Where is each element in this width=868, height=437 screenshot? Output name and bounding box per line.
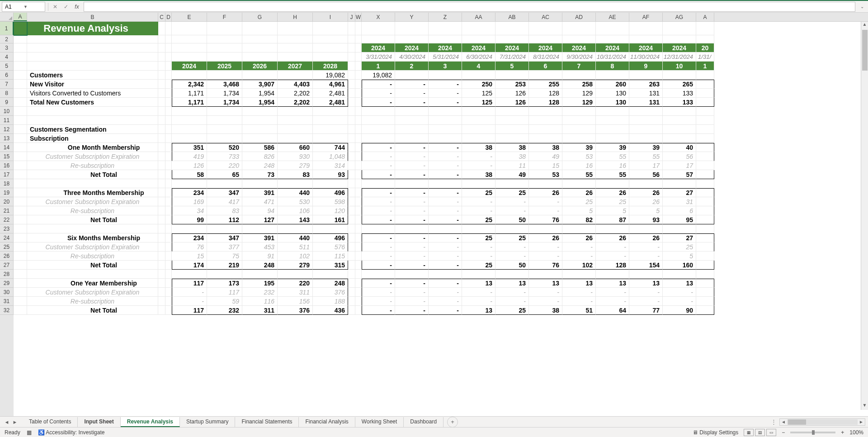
cell-H21[interactable]: 106: [278, 206, 313, 215]
cell-G9[interactable]: 1,954: [242, 98, 278, 107]
cell-E30[interactable]: -: [172, 288, 207, 297]
cell-AF27[interactable]: 154: [629, 261, 663, 270]
cell-W17[interactable]: [355, 170, 362, 179]
cell-W8[interactable]: [355, 89, 362, 98]
cell-B28[interactable]: [27, 270, 158, 279]
cell-A25[interactable]: [14, 242, 27, 252]
cell-G30[interactable]: 232: [242, 288, 278, 297]
cell-AA27[interactable]: 25: [462, 261, 495, 270]
cell-C10[interactable]: [158, 107, 165, 116]
cell-AD29[interactable]: 13: [562, 279, 596, 288]
cell-F23[interactable]: [207, 224, 242, 233]
cell-H13[interactable]: [278, 134, 313, 143]
cell-AB30[interactable]: -: [495, 288, 529, 297]
cell-AG29[interactable]: 13: [663, 279, 696, 288]
cell-B32[interactable]: Net Total: [27, 306, 158, 315]
cell-B16[interactable]: Re-subscription: [27, 161, 158, 170]
cell-AF29[interactable]: 13: [629, 279, 663, 288]
cell-X17[interactable]: -: [362, 170, 395, 179]
cell-Z14[interactable]: -: [429, 143, 462, 152]
cell-A29[interactable]: [14, 279, 27, 288]
cell-W20[interactable]: [355, 197, 362, 206]
cell-AG26[interactable]: 5: [663, 252, 696, 261]
cell-W18[interactable]: [355, 179, 362, 188]
cell-AF21[interactable]: 5: [629, 206, 663, 215]
cell-I9[interactable]: 2,481: [313, 98, 348, 107]
cell-C30[interactable]: [158, 288, 165, 297]
cell-C28[interactable]: [158, 270, 165, 279]
cell-B9[interactable]: Total New Customers: [27, 98, 158, 107]
cell-X10[interactable]: [362, 107, 395, 116]
cell-AC27[interactable]: 76: [529, 261, 562, 270]
cell-B23[interactable]: [27, 224, 158, 233]
cell-F26[interactable]: 75: [207, 252, 242, 261]
row-header-30[interactable]: 30: [0, 288, 14, 297]
cell-G7[interactable]: 3,907: [242, 80, 278, 89]
row-header-9[interactable]: 9: [0, 98, 14, 107]
cell-B8[interactable]: Visitors Converted to Customers: [27, 89, 158, 98]
cell-I18[interactable]: [313, 179, 348, 188]
cell-W25[interactable]: [355, 242, 362, 252]
cell-AD30[interactable]: -: [562, 288, 596, 297]
cell-AH32[interactable]: [696, 306, 714, 315]
cell-AC9[interactable]: 128: [529, 98, 562, 107]
cell-H24[interactable]: 440: [278, 233, 313, 242]
cell-AB3[interactable]: 2024: [495, 43, 529, 52]
cell-X20[interactable]: -: [362, 197, 395, 206]
cell-AD4[interactable]: 9/30/2024: [562, 52, 596, 62]
cell-Z24[interactable]: -: [429, 233, 462, 242]
cell-AC30[interactable]: -: [529, 288, 562, 297]
cell-F31[interactable]: 59: [207, 297, 242, 306]
column-header-I[interactable]: I: [313, 13, 348, 21]
cell-G31[interactable]: 116: [242, 297, 278, 306]
cell-AC7[interactable]: 255: [529, 80, 562, 89]
cell-AE31[interactable]: -: [596, 297, 629, 306]
cell-E6[interactable]: [172, 71, 207, 80]
cell-W9[interactable]: [355, 98, 362, 107]
cell-W3[interactable]: [355, 43, 362, 52]
cell-D21[interactable]: [165, 206, 172, 215]
cell-D10[interactable]: [165, 107, 172, 116]
cell-W30[interactable]: [355, 288, 362, 297]
cell-E13[interactable]: [172, 134, 207, 143]
cell-G19[interactable]: 391: [242, 188, 278, 197]
cell-Z13[interactable]: [429, 134, 462, 143]
new-sheet-button[interactable]: +: [447, 417, 458, 428]
display-settings-button[interactable]: 🖥 Display Settings: [693, 429, 738, 436]
cell-AF18[interactable]: [629, 179, 663, 188]
cell-AE22[interactable]: 87: [596, 215, 629, 224]
cell-A5[interactable]: [14, 62, 27, 71]
cell-J29[interactable]: [348, 279, 355, 288]
cell-AA32[interactable]: 13: [462, 306, 495, 315]
cell-H18[interactable]: [278, 179, 313, 188]
cell-G32[interactable]: 311: [242, 306, 278, 315]
cell-AD25[interactable]: -: [562, 242, 596, 252]
row-header-27[interactable]: 27: [0, 261, 14, 270]
column-header-AB[interactable]: AB: [495, 13, 529, 21]
cell-C9[interactable]: [158, 98, 165, 107]
cell-AA5[interactable]: 4: [462, 62, 495, 71]
row-header-2[interactable]: 2: [0, 35, 14, 43]
cell-H23[interactable]: [278, 224, 313, 233]
cell-J6[interactable]: [348, 71, 355, 80]
column-header-A[interactable]: A: [14, 13, 27, 21]
cell-AF24[interactable]: 26: [629, 233, 663, 242]
cell-A22[interactable]: [14, 215, 27, 224]
cell-Y21[interactable]: -: [395, 206, 429, 215]
cell-AA20[interactable]: -: [462, 197, 495, 206]
cell-AH4[interactable]: 1/31/: [696, 52, 714, 62]
name-box-dropdown-icon[interactable]: ▼: [24, 5, 42, 9]
cell-A14[interactable]: [14, 143, 27, 152]
cell-X6[interactable]: 19,082: [362, 71, 395, 80]
cell-Y9[interactable]: -: [395, 98, 429, 107]
cell-AF10[interactable]: [629, 107, 663, 116]
cell-W13[interactable]: [355, 134, 362, 143]
cell-G25[interactable]: 453: [242, 242, 278, 252]
cell-G11[interactable]: [242, 116, 278, 125]
cell-Y26[interactable]: -: [395, 252, 429, 261]
cell-AF6[interactable]: [629, 71, 663, 80]
cell-AB18[interactable]: [495, 179, 529, 188]
cell-AB32[interactable]: 25: [495, 306, 529, 315]
cell-F16[interactable]: 220: [207, 161, 242, 170]
cell-AG12[interactable]: [663, 125, 696, 134]
